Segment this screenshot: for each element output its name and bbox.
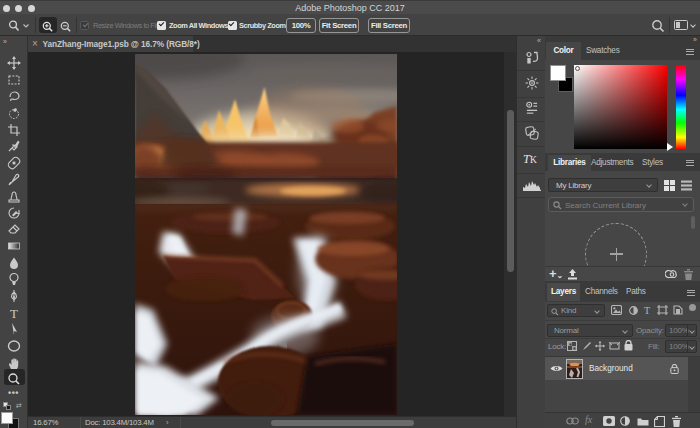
svg-text:T: T [10, 306, 18, 320]
